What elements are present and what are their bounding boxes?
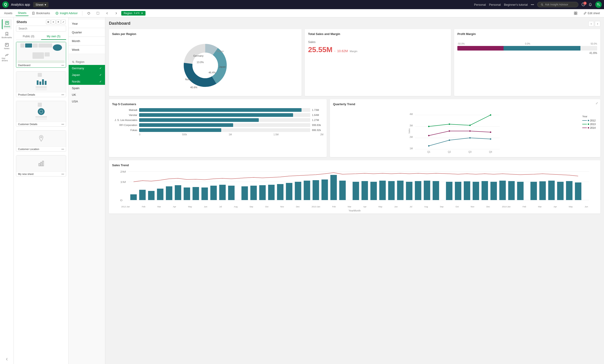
svg-point-62 <box>469 130 471 132</box>
nav-arrows: ‹ › <box>589 21 600 26</box>
new-sheet-menu[interactable]: ••• <box>61 173 64 175</box>
collapse-icon <box>5 357 9 361</box>
svg-point-63 <box>490 132 491 133</box>
region-close-icon[interactable]: ✕ <box>141 12 143 15</box>
sheet-name-location: Customer Location <box>18 148 39 150</box>
sheets-search-input[interactable] <box>16 26 66 32</box>
more-btn[interactable]: ••• <box>531 3 534 6</box>
region-nordic[interactable]: Nordic ✓ <box>69 78 105 85</box>
back-btn[interactable] <box>103 11 111 16</box>
toolbar-right: Edit sheet <box>571 11 602 16</box>
collapse-sidebar-btn[interactable] <box>5 357 9 362</box>
key-drivers-nav-icon <box>5 53 9 57</box>
bookmarks-nav-icon <box>5 32 9 36</box>
help-btn[interactable]: ? 3 <box>582 2 585 7</box>
svg-point-28 <box>40 136 42 138</box>
sheet-dropdown[interactable]: Sheet ▾ <box>33 2 49 7</box>
filter-quarter[interactable]: Quarter <box>69 28 105 36</box>
donut-nordic-label: Nordic <box>185 78 192 81</box>
expand-view-btn[interactable]: ⤢ <box>61 20 66 24</box>
key-drivers-nav-label: Key drivers <box>2 57 12 62</box>
panel-spacer <box>14 178 68 181</box>
user-avatar[interactable]: TL <box>595 1 602 8</box>
list-view-btn[interactable]: ≡ <box>51 20 56 24</box>
thumb-mini <box>38 103 42 107</box>
legend-dot-2014 <box>588 127 589 129</box>
insight-placeholder: Ask Insight Advisor <box>545 3 568 6</box>
product-sheet-menu[interactable]: ••• <box>61 93 64 96</box>
svg-point-5 <box>88 12 90 14</box>
sales-label: Sales <box>308 40 448 44</box>
filter-month[interactable]: Month <box>69 37 105 45</box>
grid-view-btn[interactable]: ⊞ <box>46 20 50 24</box>
sidebar-bookmarks-btn[interactable]: Bookmarks <box>2 30 12 40</box>
svg-rect-108 <box>482 181 488 200</box>
quarterly-chart-area: 4M 3M 2M 1M Sales Q1 <box>333 108 597 154</box>
notifications-icon[interactable] <box>589 3 592 6</box>
svg-rect-73 <box>157 189 163 200</box>
sheet-label: Sheet <box>36 3 43 6</box>
sheet-item-new[interactable]: My new sheet ••• <box>16 155 66 177</box>
forward-btn[interactable] <box>112 11 120 16</box>
sheet-item-location[interactable]: Customer Location ••• <box>16 130 66 152</box>
donut-chart-area: Germany Japan Nordic 46.4% 40.6% 13.0% R… <box>112 38 298 93</box>
svg-point-53 <box>449 139 450 141</box>
sales-values: 25.55M - 10.62M Margin <box>308 46 448 54</box>
nav-prev[interactable]: ‹ <box>589 21 594 26</box>
svg-rect-82 <box>241 186 248 200</box>
legend-line-2014 <box>582 128 587 128</box>
bar-x-axis: 0 500k 1M 1.5M 2M <box>112 133 324 136</box>
personal-text[interactable]: Personal <box>489 3 501 6</box>
insight-advisor-btn[interactable]: Insight Advisor <box>53 11 80 16</box>
nav-next[interactable]: › <box>595 21 600 26</box>
profit-margin-title: Profit Margin <box>457 32 597 36</box>
svg-text:2M: 2M <box>120 170 126 173</box>
bar-row-vanstar: Vanstar 1.64M <box>112 113 324 117</box>
tutorial-link[interactable]: Beginner's tutorial <box>504 3 528 6</box>
grid-icon <box>574 12 578 15</box>
filter-week[interactable]: Week <box>69 46 105 54</box>
sheet-item-dashboard[interactable]: Dashboard ••• <box>16 42 66 68</box>
sheets-btn[interactable]: Sheets <box>15 11 29 16</box>
expand-icon[interactable]: ⤢ <box>595 101 598 105</box>
region-spain[interactable]: Spain <box>69 85 105 91</box>
sheet-item-product[interactable]: Product Details ••• <box>16 71 66 97</box>
region-germany[interactable]: Germany ✓ <box>69 65 105 72</box>
region-uk[interactable]: UK <box>69 91 105 98</box>
bookmarks-btn[interactable]: Bookmarks <box>29 11 52 16</box>
svg-point-60 <box>428 135 429 136</box>
lasso-btn[interactable] <box>85 11 93 16</box>
svg-rect-8 <box>574 12 575 13</box>
sidebar-notes-btn[interactable]: Notes <box>2 41 12 51</box>
personal-label[interactable]: Personal <box>474 3 486 6</box>
region-selection-badge[interactable]: Region 3 of 6 ✕ <box>121 11 145 15</box>
filter-year[interactable]: Year <box>69 20 105 28</box>
insight-search[interactable]: Ask Insight Advisor <box>537 2 578 7</box>
svg-rect-101 <box>415 181 421 200</box>
svg-rect-80 <box>219 185 226 200</box>
sheet-item-customer[interactable]: Customer Details ••• <box>16 101 66 127</box>
svg-rect-85 <box>268 185 275 200</box>
region-usa[interactable]: USA <box>69 98 105 105</box>
select-btn[interactable] <box>94 11 102 16</box>
edit-sheet-btn[interactable]: Edit sheet <box>581 11 602 16</box>
quarterly-title: Quarterly Trend <box>333 102 597 106</box>
sheet-item-footer-product: Product Details ••• <box>16 92 66 97</box>
sheet-menu-btn[interactable]: ••• <box>61 64 64 67</box>
location-sheet-menu[interactable]: ••• <box>61 148 64 150</box>
tab-public[interactable]: Public (0) <box>16 33 41 40</box>
filter-view-btn[interactable]: ✕ <box>56 20 61 24</box>
sidebar-key-drivers-btn[interactable]: Key drivers <box>2 52 12 62</box>
region-japan[interactable]: Japan ✓ <box>69 72 105 78</box>
svg-rect-30 <box>40 162 42 166</box>
x-label: 1M <box>228 133 232 136</box>
bar-chart-thumb-icon <box>38 160 44 167</box>
grid-layout-btn[interactable] <box>571 11 580 16</box>
sheet-name-customer: Customer Details <box>18 123 37 125</box>
x-label: 1.5M <box>273 133 278 136</box>
forward-icon <box>114 12 118 15</box>
assets-btn[interactable]: Assets <box>2 11 15 16</box>
customer-sheet-menu[interactable]: ••• <box>61 123 64 125</box>
tab-myown[interactable]: My own (5) <box>41 33 66 40</box>
sidebar-sheets-btn[interactable]: Sheets <box>2 19 12 29</box>
